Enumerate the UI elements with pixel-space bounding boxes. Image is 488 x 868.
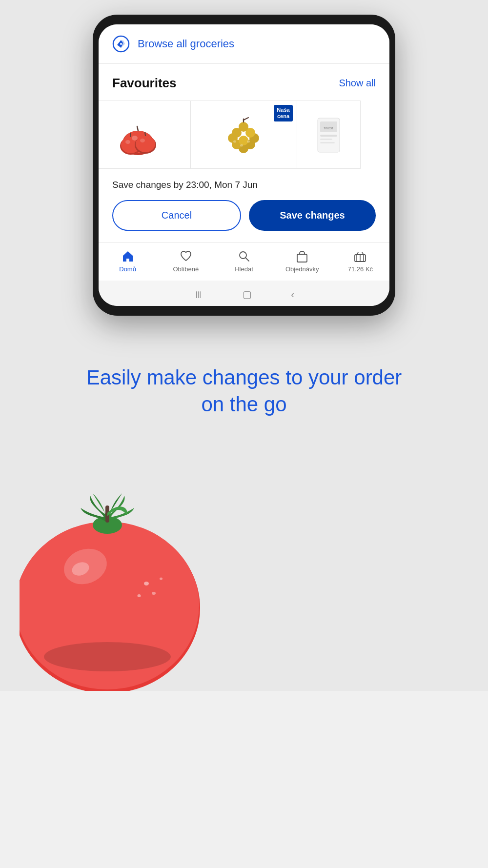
favourites-title: Favourites xyxy=(112,76,177,91)
svg-point-48 xyxy=(144,582,149,585)
browse-groceries-row[interactable]: Browse all groceries xyxy=(99,24,389,64)
nav-label-oblibene: Oblíbené xyxy=(173,265,199,273)
cancel-button[interactable]: Cancel xyxy=(112,200,241,231)
product-card-apples[interactable] xyxy=(99,101,191,169)
nasa-cena-badge: Našacena xyxy=(274,105,292,121)
tomato-container xyxy=(20,447,468,691)
nav-item-objednavky[interactable]: Objednávky xyxy=(273,249,331,273)
save-deadline-text: Save changes by 23:00, Mon 7 Jun xyxy=(112,180,376,190)
android-recent-icon[interactable]: ⫼ xyxy=(194,289,203,300)
svg-point-3 xyxy=(120,43,122,45)
svg-rect-38 xyxy=(297,254,307,262)
svg-point-27 xyxy=(247,141,250,143)
phone-mockup: Browse all groceries Favourites Show all xyxy=(93,15,395,316)
svg-rect-33 xyxy=(320,135,337,137)
nav-label-hledat: Hledat xyxy=(235,265,253,273)
android-home-icon[interactable]: ▢ xyxy=(243,288,252,300)
compass-icon xyxy=(112,35,130,53)
svg-point-10 xyxy=(132,136,138,141)
nav-label-cart: 71.26 Kč xyxy=(348,265,373,273)
home-icon xyxy=(121,249,135,263)
nav-item-oblibene[interactable]: Oblíbené xyxy=(157,249,215,273)
svg-point-24 xyxy=(239,122,248,132)
svg-rect-35 xyxy=(320,142,335,143)
product-card-packet[interactable]: finest xyxy=(297,101,361,169)
svg-point-11 xyxy=(125,140,130,144)
apples-image xyxy=(111,113,165,157)
android-nav-bar: ⫼ ▢ ‹ xyxy=(99,281,389,306)
nav-item-cart[interactable]: 71.26 Kč xyxy=(331,249,389,273)
phone-screen: Browse all groceries Favourites Show all xyxy=(99,24,389,306)
page-wrapper: Browse all groceries Favourites Show all xyxy=(0,0,488,691)
heart-icon xyxy=(179,249,193,263)
svg-line-14 xyxy=(130,133,131,137)
packet-image: finest xyxy=(315,114,342,156)
show-all-link[interactable]: Show all xyxy=(339,78,376,89)
svg-point-50 xyxy=(138,594,141,597)
svg-text:finest: finest xyxy=(324,126,333,130)
svg-point-20 xyxy=(239,136,248,145)
browse-groceries-text: Browse all groceries xyxy=(138,38,234,50)
svg-line-15 xyxy=(145,132,145,136)
svg-point-51 xyxy=(160,578,163,580)
dialog-buttons: Cancel Save changes xyxy=(112,200,376,231)
basket-icon xyxy=(353,249,367,263)
tomato-illustration xyxy=(20,476,220,691)
svg-point-9 xyxy=(136,136,155,152)
nav-label-home: Domů xyxy=(119,265,136,273)
below-phone-section: Easily make changes to your order on the… xyxy=(0,335,488,691)
svg-point-12 xyxy=(140,139,145,142)
save-changes-button[interactable]: Save changes xyxy=(249,200,376,231)
grapes-image xyxy=(223,115,264,154)
svg-point-45 xyxy=(44,642,171,671)
svg-point-49 xyxy=(152,592,156,595)
nav-item-hledat[interactable]: Hledat xyxy=(215,249,273,273)
nav-item-home[interactable]: Domů xyxy=(99,249,157,273)
search-icon xyxy=(237,249,251,263)
svg-rect-34 xyxy=(320,139,332,140)
svg-line-37 xyxy=(246,258,249,262)
product-card-grapes[interactable]: Našacena xyxy=(191,101,297,169)
svg-line-29 xyxy=(244,118,248,120)
bag-icon xyxy=(295,249,309,263)
favourites-header: Favourites Show all xyxy=(112,76,376,91)
nav-label-objednavky: Objednávky xyxy=(285,265,319,273)
favourites-section: Favourites Show all xyxy=(99,64,389,91)
save-dialog-overlay: Save changes by 23:00, Mon 7 Jun Cancel … xyxy=(99,169,389,242)
svg-point-25 xyxy=(240,144,243,147)
bottom-nav: Domů Oblíbené Hledat xyxy=(99,242,389,281)
android-back-icon[interactable]: ‹ xyxy=(291,289,294,300)
products-strip: Našacena xyxy=(99,101,389,169)
svg-point-26 xyxy=(233,141,236,143)
svg-line-13 xyxy=(137,126,138,131)
tagline-text: Easily make changes to your order on the… xyxy=(73,364,415,418)
